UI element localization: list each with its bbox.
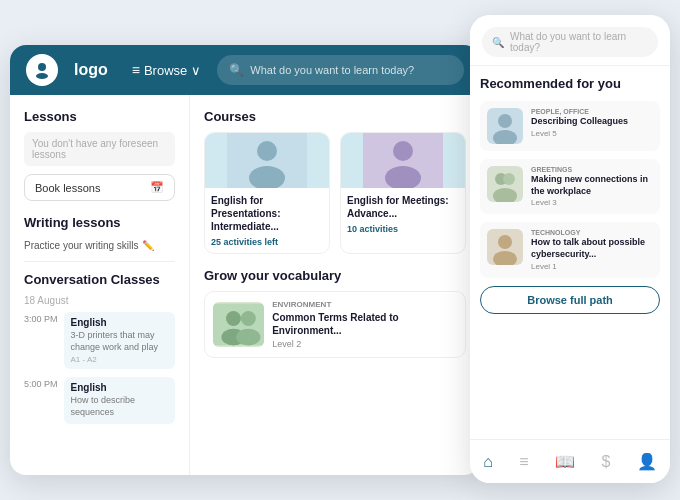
rec-card-2[interactable]: GREETINGS Making new connections in the …	[480, 159, 660, 214]
rec-img-3	[487, 229, 523, 265]
courses-grid: English for Presentations: Intermediate.…	[204, 132, 466, 254]
mobile-search-bar: 🔍 What do you want to learn today?	[470, 15, 670, 66]
rec-info-3: TECHNOLOGY How to talk about possible cy…	[531, 229, 653, 270]
search-placeholder: What do you want to learn today?	[250, 64, 414, 76]
vocab-name: Common Terms Related to Environment...	[272, 311, 457, 337]
hamburger-icon: ≡	[132, 62, 140, 78]
main-content: Courses English for Pres	[190, 95, 480, 475]
mobile-search-placeholder: What do you want to learn today?	[510, 31, 648, 53]
rec-info-2: GREETINGS Making new connections in the …	[531, 166, 653, 207]
nav-search-bar[interactable]: 🔍 What do you want to learn today?	[217, 55, 464, 85]
class-item-2: 5:00 PM English How to describe sequence…	[24, 377, 175, 423]
class-time-1: 3:00 PM	[24, 312, 58, 324]
rec-name-2: Making new connections in the workplace	[531, 174, 653, 197]
browse-label: Browse	[144, 63, 187, 78]
class-date: 18 August	[24, 295, 175, 306]
vocab-level: Level 2	[272, 339, 457, 349]
rec-title: Recommended for you	[480, 76, 660, 91]
class-desc-1: 3-D printers that may change work and pl…	[71, 330, 168, 353]
class-title-2: English	[71, 382, 168, 393]
course-img-2	[341, 133, 465, 188]
browse-full-path-label: Browse full path	[527, 294, 613, 306]
course-info-1: English for Presentations: Intermediate.…	[205, 188, 329, 253]
book-icon[interactable]: 📖	[555, 452, 575, 471]
rec-tag-1: PEOPLE, OFFICE	[531, 108, 628, 115]
class-item-1: 3:00 PM English 3-D printers that may ch…	[24, 312, 175, 369]
scene: logo ≡ Browse ∨ 🔍 What do you want to le…	[10, 15, 670, 485]
rec-img-1	[487, 108, 523, 144]
vocab-info: ENVIRONMENT Common Terms Related to Envi…	[272, 300, 457, 349]
mobile-panel: 🔍 What do you want to learn today? Recom…	[470, 15, 670, 483]
rec-card-1[interactable]: PEOPLE, OFFICE Describing Colleagues Lev…	[480, 101, 660, 151]
svg-point-6	[393, 141, 413, 161]
rec-name-1: Describing Colleagues	[531, 116, 628, 128]
profile-icon[interactable]: 👤	[637, 452, 657, 471]
course-activities-1: 25 activities left	[211, 237, 323, 247]
class-card-2[interactable]: English How to describe sequences	[64, 377, 175, 423]
left-sidebar: Lessons You don't have any foreseen less…	[10, 95, 190, 475]
course-img-1	[205, 133, 329, 188]
svg-point-3	[257, 141, 277, 161]
book-lessons-label: Book lessons	[35, 182, 100, 194]
lessons-placeholder: You don't have any foreseen lessons	[24, 132, 175, 166]
vocab-section: Grow your vocabulary	[204, 268, 466, 358]
rec-tag-3: TECHNOLOGY	[531, 229, 653, 236]
course-name-1: English for Presentations: Intermediate.…	[211, 194, 323, 233]
vocab-img	[213, 302, 264, 347]
dollar-icon[interactable]: $	[601, 453, 610, 471]
mobile-search-icon: 🔍	[492, 37, 504, 48]
rec-tag-2: GREETINGS	[531, 166, 653, 173]
class-title-1: English	[71, 317, 168, 328]
mobile-bottom-nav: ⌂ ≡ 📖 $ 👤	[470, 439, 670, 483]
class-card-1[interactable]: English 3-D printers that may change wor…	[64, 312, 175, 369]
course-card-2[interactable]: English for Meetings: Advance... 10 acti…	[340, 132, 466, 254]
home-icon[interactable]: ⌂	[483, 453, 493, 471]
chevron-icon: ∨	[191, 63, 201, 78]
main-panel: logo ≡ Browse ∨ 🔍 What do you want to le…	[10, 45, 480, 475]
rec-level-1: Level 5	[531, 129, 628, 138]
book-lessons-button[interactable]: Book lessons 📅	[24, 174, 175, 201]
course-name-2: English for Meetings: Advance...	[347, 194, 459, 220]
mobile-search-input[interactable]: 🔍 What do you want to learn today?	[482, 27, 658, 57]
vocab-title: Grow your vocabulary	[204, 268, 466, 283]
logo-text: logo	[74, 61, 108, 79]
browse-full-path-button[interactable]: Browse full path	[480, 286, 660, 314]
vocab-card[interactable]: ENVIRONMENT Common Terms Related to Envi…	[204, 291, 466, 358]
writing-label: Practice your writing skills	[24, 240, 138, 251]
logo-icon	[26, 54, 58, 86]
class-time-2: 5:00 PM	[24, 377, 58, 389]
writing-title: Writing lessons	[24, 215, 175, 230]
search-icon: 🔍	[229, 63, 244, 77]
course-activities-2: 10 activities	[347, 224, 459, 234]
rec-info-1: PEOPLE, OFFICE Describing Colleagues Lev…	[531, 108, 628, 138]
course-info-2: English for Meetings: Advance... 10 acti…	[341, 188, 465, 240]
courses-title: Courses	[204, 109, 466, 124]
rec-card-3[interactable]: TECHNOLOGY How to talk about possible cy…	[480, 222, 660, 277]
svg-point-21	[498, 235, 512, 249]
course-card-1[interactable]: English for Presentations: Intermediate.…	[204, 132, 330, 254]
svg-point-18	[503, 173, 515, 185]
rec-level-2: Level 3	[531, 198, 653, 207]
svg-point-0	[38, 63, 46, 71]
writing-sub: Practice your writing skills ✏️	[24, 240, 175, 251]
divider	[24, 261, 175, 262]
edit-icon: ✏️	[142, 240, 154, 251]
calendar-icon: 📅	[150, 181, 164, 194]
svg-point-14	[498, 114, 512, 128]
nav-bar: logo ≡ Browse ∨ 🔍 What do you want to le…	[10, 45, 480, 95]
svg-point-9	[226, 311, 241, 326]
svg-point-12	[236, 329, 260, 346]
lessons-title: Lessons	[24, 109, 175, 124]
mobile-content: Recommended for you PEOPLE, OFFICE Descr…	[470, 66, 670, 439]
svg-point-1	[36, 73, 48, 79]
courses-section: Courses English for Pres	[204, 109, 466, 254]
browse-menu[interactable]: ≡ Browse ∨	[132, 62, 202, 78]
vocab-tag: ENVIRONMENT	[272, 300, 457, 309]
conv-title: Conversation Classes	[24, 272, 175, 287]
class-level-1: A1 - A2	[71, 355, 168, 364]
rec-name-3: How to talk about possible cybersecurity…	[531, 237, 653, 260]
list-icon[interactable]: ≡	[519, 453, 528, 471]
content-area: Lessons You don't have any foreseen less…	[10, 95, 480, 475]
class-desc-2: How to describe sequences	[71, 395, 168, 418]
rec-img-2	[487, 166, 523, 202]
